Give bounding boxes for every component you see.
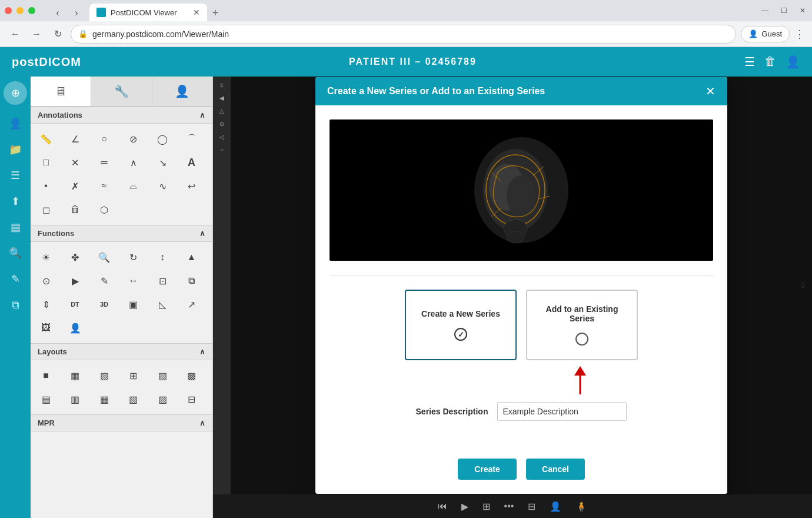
tool-angle[interactable]: ∠ (65, 128, 86, 150)
layout-r6[interactable]: ⊟ (181, 388, 202, 410)
tool-diagonal[interactable]: ↘ (152, 152, 173, 173)
bottom-layout-btn[interactable]: ⊟ (523, 499, 540, 514)
sidebar-icon-list[interactable]: ☰ (4, 164, 27, 187)
bottom-play-btn[interactable]: ▶ (457, 499, 473, 514)
tool-cross[interactable]: ✕ (65, 152, 86, 173)
bottom-user-btn[interactable]: 👤 (545, 499, 566, 514)
tool-move[interactable]: ⇕ (35, 294, 56, 315)
tool-undo[interactable]: ↩ (181, 175, 202, 197)
bottom-grid-btn[interactable]: ⊞ (478, 499, 495, 514)
add-existing-series-radio[interactable] (575, 333, 588, 346)
modal-close-button[interactable]: ✕ (705, 84, 716, 98)
tool-scroll[interactable]: ↕ (152, 247, 173, 268)
tool-compare[interactable]: ⧉ (181, 270, 202, 291)
tool-arrow[interactable]: ∧ (123, 152, 144, 173)
tool-window[interactable]: ⊡ (152, 270, 173, 291)
sidebar-icon-upload[interactable]: ⬆ (4, 190, 27, 213)
functions-header[interactable]: Functions ∧ (31, 225, 212, 242)
new-tab-button[interactable]: + (207, 5, 224, 21)
layout-2x3[interactable]: ▨ (152, 365, 173, 386)
tools-nav-monitor[interactable]: 🖥 (31, 77, 91, 106)
sidebar-icon-search[interactable]: 🔍 (4, 241, 27, 265)
tool-pan[interactable]: ✤ (65, 247, 86, 268)
layout-1x1[interactable]: ■ (35, 365, 56, 386)
tool-rotate[interactable]: ↻ (123, 247, 144, 268)
create-new-series-radio[interactable] (454, 328, 467, 341)
tool-ellipse[interactable]: ⊘ (123, 128, 144, 150)
tool-ruler[interactable]: 📏 (35, 128, 56, 150)
header-user-icon[interactable]: 👤 (786, 55, 800, 69)
sidebar-icon-layers[interactable]: ▤ (4, 215, 27, 239)
header-trash-icon[interactable]: 🗑 (764, 55, 776, 69)
layout-r1[interactable]: ▤ (35, 388, 56, 410)
create-new-series-option[interactable]: Create a New Series (405, 290, 517, 360)
minimize-button[interactable]: — (760, 6, 770, 15)
tools-nav-wrench[interactable]: 🔧 (91, 77, 152, 106)
active-tab[interactable]: PostDICOM Viewer ✕ (89, 4, 207, 21)
win-max-dot[interactable] (28, 7, 35, 14)
layout-2x2[interactable]: ⊞ (123, 365, 144, 386)
tool-line[interactable]: ═ (94, 152, 115, 173)
tool-eraser[interactable]: ◻ (35, 199, 56, 220)
win-close-dot[interactable] (5, 7, 12, 14)
layout-r2[interactable]: ▥ (65, 388, 86, 410)
nav-forward[interactable]: → (28, 26, 45, 42)
tool-dot[interactable]: • (35, 175, 56, 197)
add-existing-series-option[interactable]: Add to an Existing Series (526, 290, 638, 360)
layout-r3[interactable]: ▦ (94, 388, 115, 410)
tool-oval[interactable]: ◯ (152, 128, 173, 150)
tool-flip[interactable]: ↔ (123, 270, 144, 291)
strip-btn-5[interactable]: ◁ (215, 131, 229, 142)
tool-zoom[interactable]: 🔍 (94, 247, 115, 268)
tool-chart[interactable]: ∿ (152, 175, 173, 197)
sidebar-icon-pen[interactable]: ✎ (4, 267, 27, 291)
win-min-dot[interactable] (16, 7, 24, 14)
tool-3d[interactable]: DT (65, 294, 86, 315)
tool-rect[interactable]: □ (35, 152, 56, 173)
nav-refresh[interactable]: ↻ (49, 26, 66, 42)
forward-button[interactable]: › (68, 5, 85, 21)
strip-btn-4[interactable]: ⊙ (215, 118, 229, 130)
tool-photo[interactable]: 🖼 (35, 317, 56, 338)
tool-circle[interactable]: ○ (94, 128, 115, 150)
tool-x[interactable]: ✗ (65, 175, 86, 197)
tool-stack[interactable]: ▲ (181, 247, 202, 268)
strip-btn-1[interactable]: ≡ (215, 79, 229, 91)
tab-close-button[interactable]: ✕ (193, 8, 200, 17)
tool-3dlabel[interactable]: 3D (94, 294, 115, 315)
layout-r5[interactable]: ▨ (152, 388, 173, 410)
tool-wave[interactable]: ≈ (94, 175, 115, 197)
tool-user2[interactable]: 👤 (65, 317, 86, 338)
bottom-prev-btn[interactable]: ⏮ (433, 499, 452, 514)
bottom-dots-btn[interactable]: ••• (500, 499, 519, 514)
strip-btn-6[interactable]: ○ (215, 144, 229, 155)
tool-target[interactable]: ⊙ (35, 270, 56, 291)
address-bar[interactable]: 🔒 germany.postdicom.com/Viewer/Main (71, 25, 736, 44)
tool-edit[interactable]: ✎ (94, 270, 115, 291)
tool-export2[interactable]: ↗ (181, 294, 202, 315)
tool-cine[interactable]: ▶ (65, 270, 86, 291)
tool-brightness[interactable]: ☀ (35, 247, 56, 268)
back-button[interactable]: ‹ (49, 5, 66, 21)
tool-seg[interactable]: ▣ (123, 294, 144, 315)
close-button[interactable]: ✕ (798, 6, 807, 15)
tool-export[interactable]: ⬡ (94, 199, 115, 220)
mpr-header[interactable]: MPR ∧ (31, 414, 212, 431)
layout-1x3[interactable]: ▧ (94, 365, 115, 386)
layout-3x3[interactable]: ▩ (181, 365, 202, 386)
sidebar-icon-user[interactable]: 👤 (4, 112, 27, 135)
bottom-person-btn[interactable]: 🧍 (571, 499, 592, 514)
header-list-icon[interactable]: ☰ (744, 55, 755, 69)
browser-menu-button[interactable]: ⋮ (794, 28, 805, 41)
tool-clear[interactable]: 🗑 (65, 199, 86, 220)
annotations-header[interactable]: Annotations ∧ (31, 107, 212, 124)
layout-r4[interactable]: ▧ (123, 388, 144, 410)
tool-freehand[interactable]: ⌒ (181, 128, 202, 150)
create-button[interactable]: Create (458, 459, 517, 480)
sidebar-icon-copy[interactable]: ⧉ (4, 293, 27, 317)
strip-btn-3[interactable]: △ (215, 105, 229, 117)
guest-button[interactable]: 👤 Guest (741, 26, 790, 42)
layouts-header[interactable]: Layouts ∧ (31, 343, 212, 360)
strip-btn-2[interactable]: ◀ (215, 92, 229, 104)
tool-text[interactable]: A (181, 152, 202, 173)
